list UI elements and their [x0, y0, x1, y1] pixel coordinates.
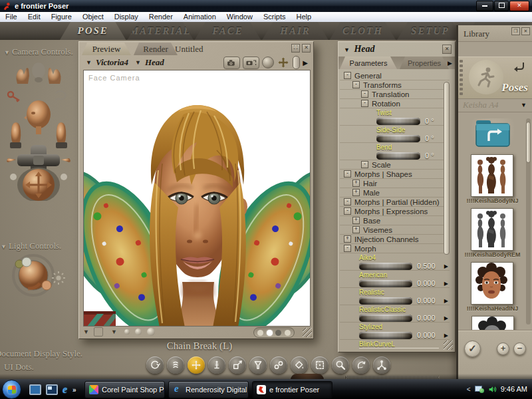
more-tools-arrow-icon[interactable]: ▶ [303, 59, 308, 66]
expander-icon[interactable]: + [352, 189, 360, 196]
palette-title[interactable]: ▼ Head [344, 44, 375, 55]
taper-tool-button[interactable] [249, 356, 267, 374]
grab-handle-icon[interactable] [293, 56, 300, 69]
menu-item-figure[interactable]: Figure [46, 12, 77, 22]
library-item-partial[interactable] [471, 316, 514, 331]
camera-controls-cluster[interactable] [4, 60, 73, 201]
pose-thumbnail[interactable] [471, 262, 513, 305]
minimize-button[interactable] [476, 1, 493, 11]
grouping-tool-button[interactable] [311, 356, 329, 374]
expander-icon[interactable]: + [344, 235, 351, 243]
camera-preset-icon[interactable] [223, 57, 240, 69]
expander-icon[interactable]: + [352, 226, 360, 233]
dial-menu-arrow-icon[interactable]: ▶ [444, 298, 448, 304]
move-tool-icon[interactable] [277, 57, 290, 68]
dial-menu-arrow-icon[interactable]: ▶ [444, 332, 448, 338]
preview-viewport[interactable]: Face Camera [83, 70, 311, 327]
translate-pull-tool-button[interactable] [188, 356, 205, 374]
task-button-corel-paint-shop-pr[interactable]: Corel Paint Shop Pr... [84, 381, 165, 398]
expander-icon[interactable]: - [344, 170, 351, 178]
param-group-morph[interactable]: -Morph [340, 244, 450, 253]
morphing-tool-tool-button[interactable] [352, 356, 370, 374]
rotate-tool-button[interactable] [146, 356, 164, 374]
expander-icon[interactable]: - [344, 207, 351, 215]
pose-thumbnail[interactable] [471, 316, 514, 331]
expander-icon[interactable]: - [352, 81, 360, 88]
chain-break-tool-button[interactable] [270, 356, 287, 374]
collection-selector[interactable]: Keisha A4 ▼ [458, 98, 532, 112]
tab-preview[interactable]: Preview [82, 43, 131, 55]
element-style-box-icon[interactable] [94, 327, 103, 336]
library-item-keishaheadinj[interactable]: !!!!KeishaHeadINJ [467, 262, 519, 312]
param-group-rotation[interactable]: -Rotation [340, 99, 450, 108]
dial-menu-arrow-icon[interactable]: ▶ [444, 315, 448, 321]
tab-pose[interactable]: POSE [60, 22, 126, 40]
library-scrollbar-thumb[interactable] [526, 122, 531, 163]
expander-icon[interactable]: + [352, 180, 360, 187]
tracking-dot-2[interactable] [267, 330, 273, 336]
poses-category-icon[interactable] [469, 60, 503, 94]
menu-item-render[interactable]: Render [144, 12, 178, 22]
dial-blinkcurvel[interactable]: BlinkCurveL [340, 340, 450, 349]
menu-item-display[interactable]: Display [109, 12, 144, 22]
volume-icon[interactable] [488, 385, 497, 394]
show-desktop-icon[interactable] [29, 384, 41, 395]
param-group-general[interactable]: -General [340, 71, 450, 80]
library-detach-icon[interactable]: ❐ [511, 27, 520, 35]
tab-render[interactable]: Render [134, 43, 178, 55]
camera-controls-section[interactable]: ▼Camera Controls. [4, 47, 73, 57]
sphere-dots-icon[interactable] [135, 329, 142, 335]
expander-icon[interactable]: - [344, 72, 351, 79]
internet-explorer-icon[interactable]: e [63, 384, 67, 396]
resize-grip-icon[interactable] [303, 328, 312, 337]
dial-knob[interactable] [359, 280, 412, 287]
maximize-button[interactable] [494, 1, 509, 11]
param-group-visemes[interactable]: +Visemes [340, 225, 450, 235]
resize-grip-icon[interactable] [444, 340, 453, 350]
expander-icon[interactable]: + [352, 217, 360, 224]
library-item-keishabodyrem[interactable]: !!!!KeishaBodyREM [464, 208, 520, 258]
task-button-e-frontier-poser[interactable]: e frontier Poser [252, 381, 332, 398]
translate-in-out-tool-button[interactable] [208, 356, 225, 374]
param-group-male[interactable]: +Male [340, 188, 450, 198]
tracking-mode-pill[interactable] [253, 327, 295, 338]
close-button[interactable]: ✕ [509, 1, 529, 11]
tab-material[interactable]: MATERIAL [127, 22, 193, 40]
dial-knob[interactable] [376, 118, 420, 125]
dial-knob[interactable] [376, 135, 420, 142]
sphere-flat-icon[interactable] [124, 329, 130, 334]
expander-icon[interactable]: - [361, 100, 368, 107]
param-group-injection-channels[interactable]: +INjection Channels [340, 235, 450, 244]
expander-icon[interactable]: - [344, 198, 351, 205]
param-group-morphs-expressions[interactable]: -Morphs | Expressions [340, 207, 450, 216]
menu-item-scripts[interactable]: Scripts [258, 12, 291, 22]
task-button-renderosity-digital[interactable]: Renderosity Digital ... [168, 381, 249, 398]
tab-face[interactable]: FACE [195, 22, 261, 40]
palette-close-icon[interactable]: ✕ [442, 45, 452, 54]
dial-menu-arrow-icon[interactable]: ▶ [444, 281, 448, 287]
param-group-hair[interactable]: +Hair [340, 179, 450, 188]
document-display-style-section[interactable]: Document Display Style. [0, 348, 82, 359]
tab-overflow-arrow-icon[interactable]: ▶ [448, 60, 452, 66]
param-group-translation[interactable]: -Translation [340, 90, 450, 99]
direct-manipulation-tool-button[interactable] [373, 356, 390, 374]
folder-up-button[interactable] [471, 118, 514, 148]
dial-menu-arrow-icon[interactable]: ▶ [444, 263, 448, 269]
expander-icon[interactable]: - [361, 161, 368, 168]
tracking-dot-3[interactable] [275, 330, 281, 336]
pose-thumbnail[interactable] [471, 208, 513, 251]
tab-parameters[interactable]: Parameters [340, 57, 397, 69]
camera-frame-icon[interactable] [243, 57, 259, 69]
param-group-scale[interactable]: -Scale [340, 160, 450, 170]
trackball-icon[interactable] [262, 57, 274, 68]
expand-window-icon[interactable]: ⛶ [291, 44, 300, 53]
library-close-icon[interactable]: ✕ [521, 27, 530, 35]
dial-knob[interactable] [359, 263, 412, 270]
actor-selector[interactable]: ▼Head [135, 57, 164, 68]
menu-item-animation[interactable]: Animation [178, 12, 221, 22]
view-magnifier-tool-button[interactable] [332, 356, 349, 374]
menu-item-edit[interactable]: Edit [23, 12, 46, 22]
add-item-button[interactable]: + [497, 342, 509, 355]
tab-hair[interactable]: HAIR [262, 22, 328, 40]
dial-knob[interactable] [359, 332, 412, 339]
